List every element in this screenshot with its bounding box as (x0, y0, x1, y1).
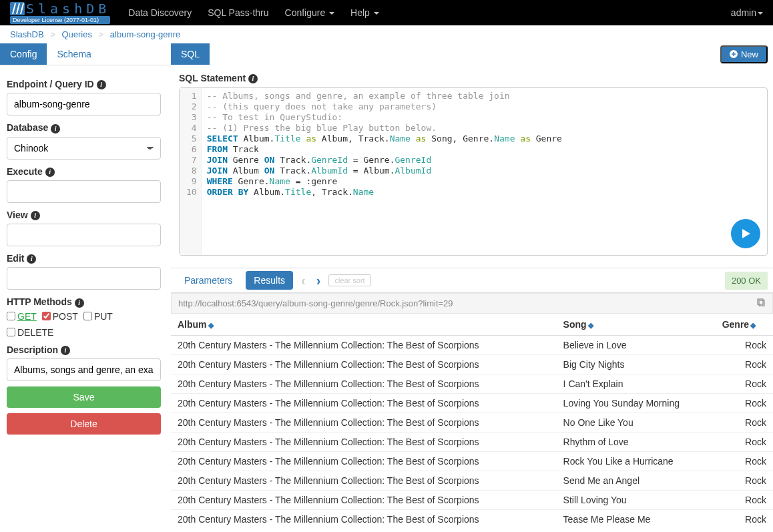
nav-data-discovery[interactable]: Data Discovery (120, 7, 200, 18)
info-icon[interactable]: i (97, 80, 106, 89)
clear-sort-button[interactable]: clear sort (328, 274, 370, 286)
breadcrumb-sep: > (99, 29, 104, 39)
sort-icon: ◆ (588, 321, 593, 329)
tab-schema[interactable]: Schema (47, 43, 101, 65)
cell-album: 20th Century Masters - The Millennium Co… (171, 374, 557, 394)
method-get-label[interactable]: GET (17, 311, 37, 322)
info-icon[interactable]: i (75, 298, 84, 308)
delete-button[interactable]: Delete (7, 413, 161, 435)
table-row: 20th Century Masters - The Millennium Co… (171, 394, 773, 413)
cell-genre: Rock (716, 355, 773, 374)
endpoint-input[interactable] (7, 93, 161, 115)
navbar: SlashDB Developer License (2077-01-01) D… (0, 0, 773, 25)
cell-album: 20th Century Masters - The Millennium Co… (171, 452, 557, 471)
cell-song: Tease Me Please Me (557, 510, 716, 528)
tab-results[interactable]: Results (246, 271, 293, 290)
cell-genre: Rock (716, 452, 773, 471)
cell-genre: Rock (716, 336, 773, 355)
http-methods-label: HTTP Methods i (7, 296, 161, 307)
table-row: 20th Century Masters - The Millennium Co… (171, 355, 773, 374)
cell-song: Rock You Like a Hurricane (557, 452, 716, 471)
cell-song: Send Me an Angel (557, 471, 716, 491)
cell-genre: Rock (716, 510, 773, 528)
breadcrumb-root[interactable]: SlashDB (10, 29, 44, 39)
execute-label: Execute i (7, 166, 161, 177)
database-select[interactable]: Chinook (7, 137, 161, 160)
svg-rect-2 (759, 300, 764, 306)
method-post-checkbox[interactable] (42, 312, 51, 320)
database-label: Database i (7, 122, 161, 133)
info-icon[interactable]: i (27, 254, 36, 264)
new-button[interactable]: New (720, 45, 768, 63)
cell-album: 20th Century Masters - The Millennium Co… (171, 510, 557, 528)
cell-genre: Rock (716, 433, 773, 452)
method-put-label: PUT (94, 311, 113, 322)
endpoint-label: Endpoint / Query ID i (7, 79, 161, 89)
info-icon[interactable]: i (248, 74, 258, 83)
nav-sql-passthru[interactable]: SQL Pass-thru (200, 7, 276, 18)
tab-parameters[interactable]: Parameters (176, 271, 240, 290)
cell-song: Still Loving You (557, 491, 716, 510)
edit-input[interactable] (7, 267, 161, 290)
config-sidebar: Config Schema Endpoint / Query ID i Data… (0, 43, 171, 527)
breadcrumb-queries[interactable]: Queries (61, 29, 92, 39)
status-badge: 200 OK (725, 272, 768, 290)
nav-configure[interactable]: Configure (277, 7, 343, 18)
info-icon[interactable]: i (61, 346, 70, 355)
tab-sql[interactable]: SQL (171, 43, 210, 65)
col-song[interactable]: Song◆ (557, 314, 716, 336)
cell-album: 20th Century Masters - The Millennium Co… (171, 491, 557, 510)
table-row: 20th Century Masters - The Millennium Co… (171, 336, 773, 355)
table-row: 20th Century Masters - The Millennium Co… (171, 374, 773, 394)
cell-genre: Rock (716, 374, 773, 394)
col-genre[interactable]: Genre◆ (716, 314, 773, 336)
description-label: Description i (7, 344, 161, 355)
caret-down-icon (374, 12, 379, 15)
view-input[interactable] (7, 224, 161, 246)
play-button[interactable] (731, 219, 760, 248)
info-icon[interactable]: i (51, 124, 60, 134)
caret-down-icon (329, 12, 334, 15)
info-icon[interactable]: i (45, 168, 55, 177)
brand-logo: SlashDB (10, 2, 110, 15)
nav-help[interactable]: Help (342, 7, 387, 18)
breadcrumb: SlashDB > Queries > album-song-genre (0, 25, 773, 43)
line-gutter: 12345678910 (180, 88, 202, 255)
next-page-arrow[interactable]: › (314, 273, 324, 288)
cell-genre: Rock (716, 491, 773, 510)
save-button[interactable]: Save (7, 386, 161, 408)
cell-album: 20th Century Masters - The Millennium Co… (171, 471, 557, 491)
edit-label: Edit i (7, 253, 161, 264)
copy-icon[interactable] (756, 298, 766, 309)
cell-song: I Can't Explain (557, 374, 716, 394)
results-table: Album◆ Song◆ Genre◆ 20th Century Masters… (171, 314, 773, 527)
description-input[interactable] (7, 358, 161, 381)
cell-genre: Rock (716, 471, 773, 491)
license-badge: Developer License (2077-01-01) (10, 16, 110, 24)
table-row: 20th Century Masters - The Millennium Co… (171, 491, 773, 510)
play-icon (739, 227, 752, 240)
table-row: 20th Century Masters - The Millennium Co… (171, 510, 773, 528)
brand[interactable]: SlashDB Developer License (2077-01-01) (10, 2, 110, 24)
sql-editor[interactable]: 12345678910 -- Albums, songs and genre, … (179, 87, 768, 256)
nav-user[interactable]: admin (731, 7, 763, 18)
cell-album: 20th Century Masters - The Millennium Co… (171, 433, 557, 452)
cell-genre: Rock (716, 413, 773, 433)
table-row: 20th Century Masters - The Millennium Co… (171, 452, 773, 471)
cell-album: 20th Century Masters - The Millennium Co… (171, 413, 557, 433)
result-url: http://localhost:6543/query/album-song-g… (178, 298, 453, 308)
prev-page-arrow[interactable]: ‹ (298, 273, 308, 288)
col-album[interactable]: Album◆ (171, 314, 557, 336)
svg-rect-3 (758, 299, 763, 304)
method-delete-checkbox[interactable] (7, 328, 15, 336)
table-row: 20th Century Masters - The Millennium Co… (171, 471, 773, 491)
method-get-checkbox[interactable] (7, 312, 15, 320)
sql-code[interactable]: -- Albums, songs and genre, an example o… (202, 88, 767, 255)
cell-song: Big City Nights (557, 355, 716, 374)
execute-input[interactable] (7, 180, 161, 203)
view-label: View i (7, 210, 161, 220)
caret-down-icon (758, 12, 763, 15)
info-icon[interactable]: i (31, 211, 40, 220)
method-put-checkbox[interactable] (83, 312, 92, 320)
tab-config[interactable]: Config (0, 43, 47, 65)
